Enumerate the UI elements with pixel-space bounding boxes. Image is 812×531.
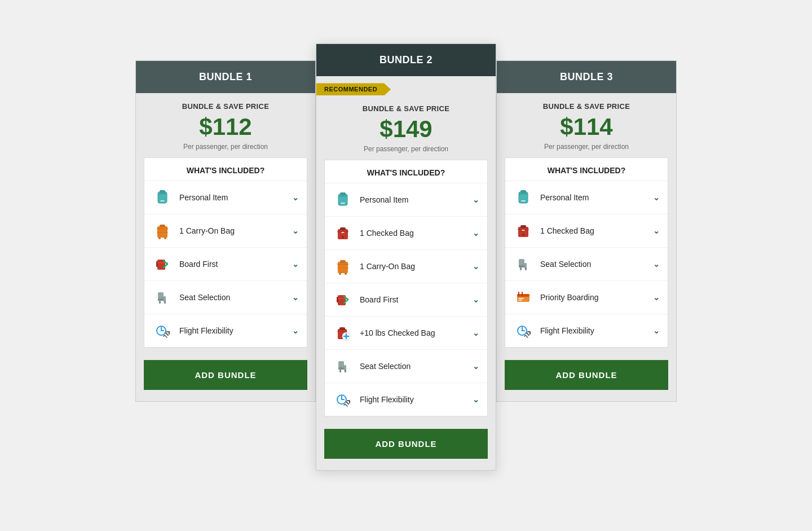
svg-point-24	[342, 236, 344, 238]
feature-row-plus-bag[interactable]: +10 lbs Checked Bag ⌄	[325, 317, 487, 350]
price-per-2: Per passenger, per direction	[325, 145, 487, 153]
feature-row-checked-bag[interactable]: 1 Checked Bag ⌄	[325, 217, 487, 250]
feature-row-seat[interactable]: Seat Selection ⌄	[144, 281, 307, 314]
feature-name-4: +10 lbs Checked Bag	[360, 328, 473, 337]
svg-rect-19	[340, 192, 346, 195]
feature-chevron-5[interactable]: ⌄	[473, 362, 479, 371]
checked-bag-icon	[513, 221, 533, 241]
svg-rect-35	[339, 327, 345, 330]
feature-row-carry-on[interactable]: 1 Carry-On Bag ⌄	[144, 214, 307, 248]
board-first-icon	[152, 254, 173, 274]
feature-name-2: Board First	[179, 260, 292, 269]
bundle-card-2: BUNDLE 2 RECOMMENDED BUNDLE & SAVE PRICE…	[316, 43, 496, 470]
seat-icon	[152, 287, 173, 308]
add-bundle-button-2[interactable]: ADD BUNDLE	[324, 429, 488, 459]
feature-row-board-first[interactable]: Board First ⌄	[325, 283, 487, 317]
svg-rect-48	[520, 225, 526, 228]
personal-item-icon	[333, 190, 353, 210]
feature-row-personal-item[interactable]: Personal Item ⌄	[144, 181, 307, 214]
price-amount-3: $114	[506, 114, 667, 140]
feature-row-flight-flex[interactable]: Flight Flexibility ⌄	[505, 314, 668, 347]
feature-name-5: Seat Selection	[360, 362, 473, 371]
price-amount-1: $112	[145, 114, 306, 140]
feature-name-4: Flight Flexibility	[179, 326, 292, 335]
recommended-label: RECOMMENDED	[316, 83, 391, 95]
feature-row-board-first[interactable]: Board First ⌄	[144, 248, 307, 281]
bundle-header-3: BUNDLE 3	[497, 61, 676, 93]
feature-chevron-1[interactable]: ⌄	[473, 229, 479, 238]
carry-on-icon	[152, 221, 173, 241]
personal-item-icon	[513, 187, 533, 208]
svg-rect-28	[337, 267, 348, 269]
svg-rect-6	[157, 232, 168, 233]
feature-row-flight-flex[interactable]: Flight Flexibility ⌄	[325, 383, 487, 416]
feature-row-priority[interactable]: Priority Boarding ⌄	[505, 281, 668, 314]
svg-rect-2	[158, 193, 166, 195]
feature-chevron-2[interactable]: ⌄	[473, 262, 479, 271]
svg-rect-46	[519, 193, 527, 195]
svg-rect-32	[337, 297, 338, 302]
feature-chevron-3[interactable]: ⌄	[473, 295, 479, 304]
feature-chevron-3[interactable]: ⌄	[653, 293, 660, 302]
included-title-1: WHAT'S INCLUDED?	[144, 158, 307, 181]
svg-rect-20	[339, 195, 347, 197]
price-section-2: BUNDLE & SAVE PRICE $149 Per passenger, …	[316, 95, 496, 159]
feature-chevron-0[interactable]: ⌄	[653, 193, 660, 202]
feature-chevron-3[interactable]: ⌄	[292, 293, 299, 302]
price-per-3: Per passenger, per direction	[506, 143, 667, 151]
feature-row-seat[interactable]: Seat Selection ⌄	[505, 248, 668, 281]
price-label-3: BUNDLE & SAVE PRICE	[506, 102, 667, 111]
svg-point-50	[522, 234, 524, 236]
feature-name-1: 1 Checked Bag	[540, 226, 653, 235]
included-title-2: WHAT'S INCLUDED?	[325, 160, 487, 183]
svg-rect-1	[160, 190, 165, 193]
feature-chevron-2[interactable]: ⌄	[653, 260, 660, 269]
bundle-card-3: BUNDLE 3 BUNDLE & SAVE PRICE $114 Per pa…	[496, 60, 677, 401]
flight-flex-icon	[152, 321, 173, 341]
svg-rect-5	[157, 228, 168, 230]
svg-rect-42	[345, 370, 346, 372]
feature-chevron-4[interactable]: ⌄	[473, 328, 479, 337]
included-box-2: WHAT'S INCLUDED? Personal Item ⌄ 1 Check…	[324, 160, 488, 416]
feature-name-4: Flight Flexibility	[540, 326, 653, 335]
feature-chevron-4[interactable]: ⌄	[292, 326, 299, 335]
price-label-1: BUNDLE & SAVE PRICE	[145, 102, 306, 111]
included-box-1: WHAT'S INCLUDED? Personal Item ⌄ 1 Carry…	[144, 157, 307, 348]
personal-item-icon	[152, 187, 173, 208]
feature-name-1: 1 Checked Bag	[360, 229, 473, 238]
bundles-container: BUNDLE 1 BUNDLE & SAVE PRICE $112 Per pa…	[96, 60, 716, 470]
svg-rect-16	[164, 301, 166, 304]
bundle-header-1: BUNDLE 1	[136, 61, 315, 93]
feature-row-flight-flex[interactable]: Flight Flexibility ⌄	[144, 314, 307, 347]
feature-chevron-6[interactable]: ⌄	[473, 395, 479, 404]
svg-rect-15	[159, 301, 161, 304]
svg-rect-10	[156, 261, 158, 267]
feature-chevron-1[interactable]: ⌄	[653, 226, 660, 235]
feature-row-personal-item[interactable]: Personal Item ⌄	[325, 183, 487, 217]
feature-chevron-2[interactable]: ⌄	[292, 260, 299, 269]
svg-point-8	[164, 237, 166, 239]
feature-name-0: Personal Item	[360, 195, 473, 204]
svg-rect-55	[525, 267, 527, 270]
add-bundle-button-1[interactable]: ADD BUNDLE	[144, 360, 307, 390]
bundle-card-1: BUNDLE 1 BUNDLE & SAVE PRICE $112 Per pa…	[135, 60, 316, 401]
svg-rect-27	[337, 264, 348, 265]
feature-row-carry-on[interactable]: 1 Carry-On Bag ⌄	[325, 250, 487, 283]
feature-row-checked-bag[interactable]: 1 Checked Bag ⌄	[505, 214, 668, 248]
included-title-3: WHAT'S INCLUDED?	[505, 158, 668, 181]
feature-name-3: Board First	[360, 295, 473, 304]
add-bundle-button-3[interactable]: ADD BUNDLE	[505, 360, 668, 390]
feature-row-personal-item[interactable]: Personal Item ⌄	[505, 181, 668, 214]
seat-icon	[333, 356, 353, 376]
feature-chevron-4[interactable]: ⌄	[653, 326, 660, 335]
feature-chevron-1[interactable]: ⌄	[292, 226, 299, 235]
feature-name-6: Flight Flexibility	[360, 395, 473, 404]
feature-row-seat[interactable]: Seat Selection ⌄	[325, 350, 487, 383]
feature-chevron-0[interactable]: ⌄	[473, 195, 479, 204]
price-label-2: BUNDLE & SAVE PRICE	[325, 104, 487, 113]
checked-bag-icon	[333, 223, 353, 243]
feature-chevron-0[interactable]: ⌄	[292, 193, 299, 202]
feature-name-3: Seat Selection	[179, 293, 292, 302]
svg-point-7	[158, 237, 161, 239]
plus-bag-icon	[333, 323, 353, 343]
